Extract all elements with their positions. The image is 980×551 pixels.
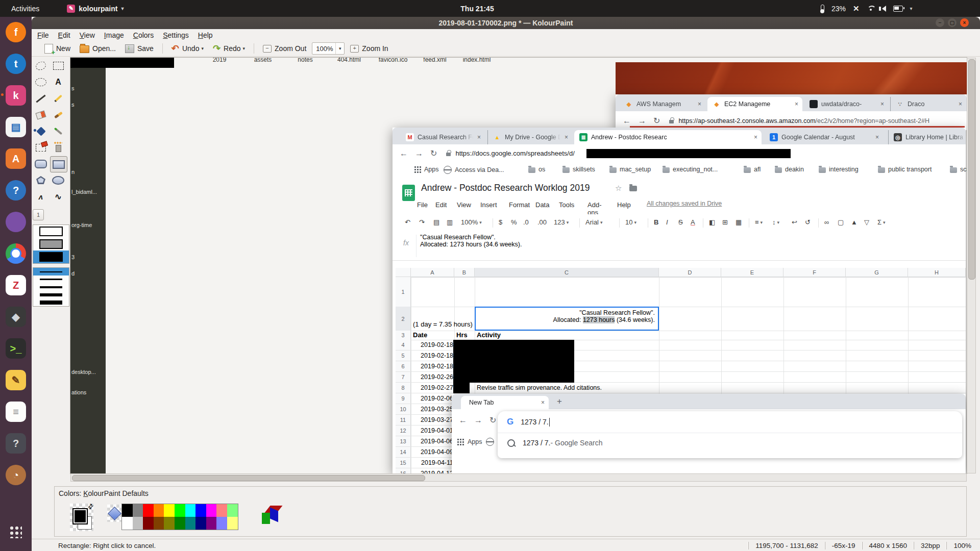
palette-color[interactable]: [195, 517, 206, 530]
dock-icon[interactable]: ✎: [6, 370, 26, 390]
date-cell[interactable]: 2019-02-18: [412, 341, 453, 348]
line-width-option[interactable]: [33, 268, 69, 276]
back-icon[interactable]: ←: [623, 116, 631, 126]
row-number[interactable]: 14: [396, 447, 411, 457]
row-number[interactable]: 10: [396, 404, 411, 414]
sheets-toolbar-button[interactable]: ↷: [419, 218, 425, 226]
document-title[interactable]: Andrew - Postdoc Research Worklog 2019: [421, 183, 590, 193]
kolourpaint-titlebar[interactable]: 2019-08-01-170002.png * — KolourPaint – …: [32, 17, 980, 29]
dock-icon[interactable]: ◔: [6, 465, 26, 485]
header-date[interactable]: Date: [413, 331, 427, 339]
undo-dropdown[interactable]: ▾: [201, 46, 204, 51]
dock-icon[interactable]: A: [6, 148, 26, 169]
sheets-toolbar-button[interactable]: Arial: [585, 218, 603, 226]
redo-dropdown[interactable]: ▾: [243, 46, 246, 51]
row-number[interactable]: 6: [396, 361, 411, 371]
docs-url[interactable]: https://docs.google.com/spreadsheets/d/: [455, 149, 574, 157]
tool-button[interactable]: [50, 107, 66, 122]
tool-button[interactable]: [33, 172, 49, 188]
browser-tab[interactable]: ≣ Andrew - Postdoc Researc ×: [574, 130, 762, 144]
palette-color[interactable]: [216, 504, 227, 517]
dock-icon[interactable]: [6, 522, 26, 542]
bookmark-item[interactable]: interesting: [819, 166, 859, 173]
tool-button[interactable]: [50, 58, 66, 73]
tool-size-button[interactable]: 1: [33, 209, 44, 220]
row-number[interactable]: 8: [396, 383, 411, 393]
sheets-toolbar-button[interactable]: S: [678, 218, 683, 226]
new-button[interactable]: New: [41, 43, 74, 55]
sheets-toolbar-button[interactable]: ↶: [405, 218, 410, 226]
column-header[interactable]: H: [908, 268, 966, 277]
sheets-toolbar-button[interactable]: [749, 218, 749, 228]
tool-button[interactable]: [33, 107, 49, 122]
sheets-menu-item[interactable]: Format: [509, 201, 530, 209]
sheets-toolbar-button[interactable]: .0: [523, 218, 529, 226]
row-number[interactable]: 7: [396, 372, 411, 382]
tab-close-icon[interactable]: ×: [959, 101, 962, 108]
tab-close-icon[interactable]: ×: [880, 101, 884, 108]
aws-url[interactable]: https://ap-southeast-2.console.aws.amazo…: [678, 117, 929, 124]
browser-tab[interactable]: ◎ Library Home | Libra ×: [888, 130, 966, 144]
menu-item[interactable]: Edit: [54, 31, 75, 39]
palette-color[interactable]: [227, 517, 238, 530]
grid-corner[interactable]: [396, 268, 411, 277]
tool-button[interactable]: [50, 172, 66, 188]
bookmark-item[interactable]: scien: [950, 166, 967, 173]
zoom-out-button[interactable]: −Zoom Out: [259, 43, 310, 54]
focused-app-menu[interactable]: ✎ kolourpaint ▾: [67, 5, 124, 13]
sheets-toolbar-button[interactable]: Σ: [877, 218, 886, 226]
row-number[interactable]: 5: [396, 350, 411, 361]
selected-cell-c2[interactable]: "Casual Research Fellow".Allocated: 1273…: [475, 307, 659, 331]
row-number[interactable]: 15: [396, 458, 411, 468]
sheets-toolbar-button[interactable]: [648, 218, 648, 228]
sheets-toolbar-button[interactable]: ▲: [851, 218, 857, 226]
column-header[interactable]: E: [721, 268, 783, 277]
line-width-option[interactable]: [33, 276, 69, 283]
sheets-toolbar-button[interactable]: ≡: [755, 218, 763, 226]
foreground-background-swatch[interactable]: ⇄: [70, 504, 93, 531]
dock-icon[interactable]: ?: [6, 433, 26, 454]
dock-icon[interactable]: t: [6, 54, 26, 74]
new-tab-icon[interactable]: +: [557, 396, 562, 407]
date-cell[interactable]: 2019-03-25: [412, 406, 453, 413]
palette-color[interactable]: [133, 504, 143, 517]
palette-color[interactable]: [195, 504, 206, 517]
palette-color[interactable]: [185, 504, 196, 517]
dock-icon[interactable]: k: [6, 85, 26, 106]
move-folder-icon[interactable]: [629, 186, 637, 191]
reload-icon[interactable]: ↻: [653, 116, 660, 126]
forward-icon[interactable]: →: [415, 149, 423, 158]
system-tray[interactable]: 23% ✕ ▾: [821, 0, 913, 17]
row-number[interactable]: 13: [396, 436, 411, 446]
header-activity[interactable]: Activity: [477, 331, 501, 339]
dock-icon[interactable]: Z: [6, 275, 26, 295]
open-button[interactable]: Open...: [76, 43, 119, 54]
browser-tab[interactable]: ▲ My Drive - Google Drive ×: [487, 130, 572, 144]
browser-tab[interactable]: New Tab ×: [461, 396, 549, 409]
palette-color[interactable]: [154, 504, 164, 517]
sheets-menu-item[interactable]: Tools: [559, 201, 574, 209]
browser-tab[interactable]: ∵ Draco ×: [890, 97, 966, 111]
menu-item[interactable]: View: [75, 31, 100, 39]
palette-color[interactable]: [122, 504, 133, 517]
browser-tab[interactable]: M Casual Research Fellow - E ×: [401, 130, 485, 144]
tool-button[interactable]: [50, 156, 67, 172]
browser-tab[interactable]: uwdata/draco- ×: [804, 97, 888, 111]
scrollbar-thumb[interactable]: [72, 475, 425, 481]
row-number[interactable]: 12: [396, 425, 411, 436]
date-cell[interactable]: 2019-04-06: [412, 438, 453, 445]
dock-icon[interactable]: ▤: [6, 117, 26, 137]
palette-color[interactable]: [133, 517, 143, 530]
date-cell[interactable]: 2019-04-01: [412, 427, 453, 434]
column-header[interactable]: D: [659, 268, 721, 277]
tab-close-icon[interactable]: ×: [565, 134, 568, 141]
date-cell[interactable]: 2019-04-09: [412, 448, 453, 456]
omnibox[interactable]: G 1273 / 7.: [498, 411, 962, 433]
sheets-toolbar-button[interactable]: ↕: [772, 218, 779, 226]
date-cell[interactable]: 2019-04-11: [412, 459, 453, 466]
sheets-toolbar-button[interactable]: 10: [625, 218, 636, 226]
palette-color[interactable]: [175, 504, 185, 517]
reload-icon[interactable]: ↻: [489, 415, 496, 425]
zoom-in-button[interactable]: +Zoom In: [347, 43, 391, 54]
clock[interactable]: Thu 21:45: [460, 5, 494, 13]
